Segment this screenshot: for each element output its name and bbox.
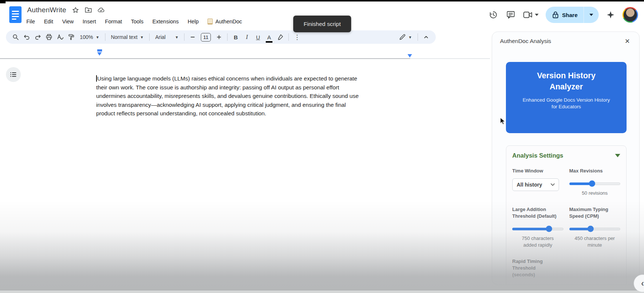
letterbox-corner: [0, 0, 6, 3]
font-select[interactable]: Arial ▼: [153, 32, 181, 42]
large-addition-caption: 750 characters added rapidly: [517, 235, 559, 248]
menu-bar: File Edit View Insert Format Tools Exten…: [26, 19, 242, 24]
rapid-timing-label: Rapid Timing Threshold (seconds): [512, 258, 548, 278]
menu-authendoc[interactable]: AuthenDoc: [207, 19, 242, 24]
zoom-value: 100%: [80, 34, 93, 40]
doc-line-text: undermines accountability, misrepresents…: [96, 93, 359, 99]
search-icon[interactable]: [10, 32, 21, 42]
bottom-strip: [0, 290, 644, 293]
doc-line: their own work. The core issue is author…: [96, 83, 359, 92]
avatar-photo: [624, 8, 637, 22]
share-button-group: Share: [546, 7, 599, 23]
logo-line: [12, 13, 19, 14]
menu-insert[interactable]: Insert: [83, 19, 96, 24]
menu-help[interactable]: Help: [188, 19, 199, 24]
move-folder-icon[interactable]: [85, 6, 92, 14]
time-window-value: All history: [517, 182, 542, 188]
decrease-font-size-button[interactable]: [187, 32, 198, 42]
chevron-up-icon: [423, 34, 429, 40]
redo-icon[interactable]: [33, 32, 43, 42]
analysis-settings-header[interactable]: Analysis Settings: [512, 152, 620, 159]
sparkle-icon[interactable]: [606, 10, 615, 20]
menu-view[interactable]: View: [62, 19, 73, 24]
share-button-label: Share: [562, 12, 578, 18]
chevron-down-icon: ▼: [175, 35, 179, 39]
version-history-icon[interactable]: [488, 10, 498, 20]
slider-fill: [512, 228, 549, 230]
chevron-down-icon: ▼: [96, 35, 99, 39]
slider-thumb[interactable]: [546, 226, 552, 232]
lock-icon: [552, 11, 559, 19]
time-window-select[interactable]: All history: [512, 178, 559, 191]
toolbar-divider: [149, 33, 150, 41]
video-call-button[interactable]: [523, 11, 539, 19]
comments-icon[interactable]: [506, 10, 516, 20]
format-toolbar: 100% ▼ Normal text ▼ Arial ▼ 11 B I U A: [6, 30, 436, 44]
right-indent-marker[interactable]: [408, 54, 412, 57]
max-revisions-slider[interactable]: [569, 181, 621, 187]
doc-line: undermines accountability, misrepresents…: [96, 92, 359, 101]
increase-font-size-button[interactable]: [214, 32, 224, 42]
undo-icon[interactable]: [22, 32, 32, 42]
hide-menus-button[interactable]: [421, 32, 431, 42]
doc-line: involves transparency—acknowledging AI s…: [96, 101, 359, 109]
version-history-analyzer-card: Version History Analyzer Enhanced Google…: [506, 62, 627, 133]
highlighter-icon[interactable]: [275, 32, 285, 42]
italic-button[interactable]: I: [242, 32, 252, 42]
close-icon[interactable]: ✕: [623, 37, 632, 46]
text-color-button[interactable]: A: [264, 32, 274, 42]
document-title[interactable]: AuthenWrite: [27, 6, 66, 14]
chevron-down-icon: [550, 183, 555, 186]
analysis-settings-card: Analysis Settings Time Window All histor…: [506, 145, 627, 285]
docs-logo[interactable]: [9, 6, 22, 23]
hero-subtitle: Enhanced Google Docs Version History for…: [520, 97, 613, 110]
left-indent-marker[interactable]: [97, 52, 102, 56]
doc-line: Using large language models (LLMs) raise…: [96, 74, 359, 83]
logo-line: [12, 16, 19, 17]
time-window-label: Time Window: [512, 168, 563, 174]
outline-list-icon: [10, 71, 17, 78]
document-outline-button[interactable]: [6, 67, 21, 82]
large-addition-slider[interactable]: [512, 226, 563, 232]
menu-tools[interactable]: Tools: [131, 19, 144, 24]
slider-thumb[interactable]: [588, 226, 594, 232]
font-value: Arial: [155, 34, 166, 40]
spellcheck-icon[interactable]: [55, 32, 65, 42]
font-size-field[interactable]: 11: [201, 33, 211, 42]
menu-file[interactable]: File: [26, 19, 35, 24]
first-line-indent-marker[interactable]: [97, 49, 102, 52]
menu-edit[interactable]: Edit: [44, 19, 53, 24]
paragraph-style-select[interactable]: Normal text ▼: [108, 32, 146, 42]
max-revisions-field: Max Revisions 50 revisions: [569, 168, 621, 197]
more-options-button[interactable]: ⋮: [292, 32, 302, 42]
letterbox-top: [0, 0, 644, 1]
print-icon[interactable]: [44, 32, 54, 42]
bold-button[interactable]: B: [231, 32, 241, 42]
menu-format[interactable]: Format: [105, 19, 122, 24]
toolbar-divider: [184, 33, 184, 41]
max-revisions-caption: 50 revisions: [569, 190, 621, 197]
typing-speed-slider[interactable]: [569, 226, 621, 232]
toolbar-divider: [105, 33, 105, 41]
share-options-button[interactable]: [584, 7, 599, 23]
document-body[interactable]: Using large language models (LLMs) raise…: [96, 74, 359, 118]
menu-extensions[interactable]: Extensions: [153, 19, 179, 24]
time-window-field: Time Window All history: [512, 168, 563, 197]
ruler-line: [0, 58, 410, 59]
star-icon[interactable]: [72, 6, 79, 14]
chevron-down-icon: [589, 14, 593, 16]
menu-authendoc-label: AuthenDoc: [215, 19, 242, 24]
doc-line-text: their own work. The core issue is author…: [96, 84, 339, 90]
doc-line-text: Using large language models (LLMs) raise…: [97, 75, 357, 82]
chevron-down-icon: [535, 14, 539, 16]
avatar[interactable]: [622, 7, 638, 23]
paint-format-icon[interactable]: [66, 32, 76, 42]
underline-button[interactable]: U: [253, 32, 263, 42]
typing-speed-caption: 450 characters per minute: [571, 235, 618, 248]
zoom-select[interactable]: 100% ▼: [77, 32, 102, 42]
hero-title: Version History Analyzer: [520, 70, 613, 92]
share-button[interactable]: Share: [546, 7, 583, 23]
cloud-check-icon[interactable]: [98, 6, 105, 14]
editing-mode-select[interactable]: ▼: [396, 32, 415, 42]
slider-thumb[interactable]: [589, 181, 595, 187]
